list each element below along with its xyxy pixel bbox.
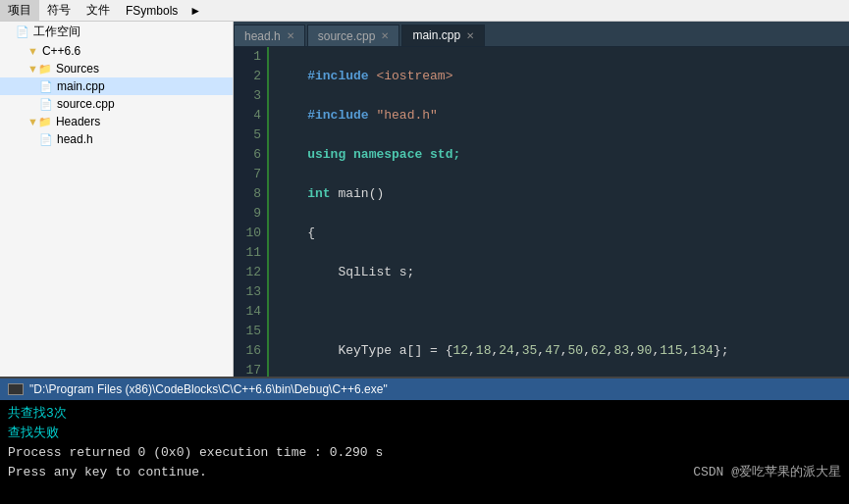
terminal-title-bar: "D:\Program Files (x86)\CodeBlocks\C\C++…	[0, 378, 849, 400]
tab-main-cpp-label: main.cpp	[412, 28, 460, 42]
code-editor[interactable]: 1 2 3 4 5 6 7 8 9 10 11 12 13 14 15 16 1…	[234, 47, 849, 377]
sidebar-head-h[interactable]: 📄 head.h	[0, 130, 233, 148]
ln-12: 12	[234, 263, 261, 282]
ln-14: 14	[234, 302, 261, 322]
main-cpp-label: main.cpp	[57, 79, 105, 93]
sources-label: Sources	[56, 62, 99, 76]
menu-fsymbols[interactable]: FSymbols	[118, 2, 186, 20]
source-cpp-icon: 📄	[39, 98, 53, 111]
code-line-5: {	[277, 224, 849, 243]
process-text: Process returned 0 (0x0) execution time …	[8, 445, 383, 460]
tab-main-cpp-close[interactable]: ✕	[466, 30, 474, 41]
ln-16: 16	[234, 341, 261, 361]
sidebar-workspace[interactable]: 📄 工作空间	[0, 22, 233, 42]
credit-text: CSDN @爱吃苹果的派大星	[693, 463, 841, 482]
press-any-key-text: Press any key to continue.	[8, 463, 207, 482]
tab-bar: head.h ✕ source.cpp ✕ main.cpp ✕	[234, 22, 849, 47]
terminal-process-line: Process returned 0 (0x0) execution time …	[8, 443, 841, 463]
tab-main-cpp[interactable]: main.cpp ✕	[401, 25, 485, 46]
ln-10: 10	[234, 224, 261, 243]
menu-expand-arrow[interactable]: ►	[186, 2, 205, 20]
ln-1: 1	[234, 47, 261, 67]
ln-6: 6	[234, 145, 261, 165]
code-line-8: KeyType a[] = {12,18,24,35,47,50,62,83,9…	[277, 341, 849, 361]
terminal-title: "D:\Program Files (x86)\CodeBlocks\C\C++…	[29, 382, 388, 396]
head-h-icon: 📄	[39, 133, 53, 146]
workspace-icon: 📄	[16, 25, 29, 38]
editor-area: head.h ✕ source.cpp ✕ main.cpp ✕ 1 2 3 4…	[234, 22, 849, 377]
ln-13: 13	[234, 282, 261, 302]
terminal: "D:\Program Files (x86)\CodeBlocks\C\C++…	[0, 377, 849, 504]
menu-project[interactable]: 项目	[0, 0, 39, 21]
tab-head-h-close[interactable]: ✕	[287, 30, 294, 41]
code-line-4: int main()	[277, 184, 849, 204]
menu-symbol[interactable]: 符号	[39, 0, 79, 21]
tab-source-cpp-label: source.cpp	[318, 29, 376, 43]
code-line-3: using namespace std;	[277, 145, 849, 165]
code-line-6: SqlList s;	[277, 263, 849, 282]
sidebar-main-cpp[interactable]: 📄 main.cpp	[0, 77, 233, 95]
sidebar-source-cpp[interactable]: 📄 source.cpp	[0, 95, 233, 113]
ln-8: 8	[234, 184, 261, 204]
code-line-1: #include <iostream>	[277, 67, 849, 86]
terminal-window-icon	[8, 383, 24, 395]
ln-15: 15	[234, 322, 261, 341]
head-h-label: head.h	[57, 132, 93, 146]
ln-4: 4	[234, 106, 261, 126]
code-line-2: #include "head.h"	[277, 106, 849, 126]
main-layout: 📄 工作空间 ▼ C++6.6 ▼📁 Sources 📄 main.cpp 📄 …	[0, 22, 849, 377]
line-numbers: 1 2 3 4 5 6 7 8 9 10 11 12 13 14 15 16 1…	[234, 47, 269, 377]
tab-source-cpp-close[interactable]: ✕	[381, 30, 389, 41]
sources-folder-icon: ▼📁	[27, 63, 52, 76]
terminal-press-line: Press any key to continue. CSDN @爱吃苹果的派大…	[8, 463, 841, 482]
terminal-output-1: 共查找3次	[8, 404, 841, 424]
ln-9: 9	[234, 204, 261, 224]
main-cpp-icon: 📄	[39, 80, 53, 93]
source-cpp-label: source.cpp	[57, 97, 115, 111]
ln-7: 7	[234, 165, 261, 184]
code-line-7	[277, 302, 849, 322]
menu-file[interactable]: 文件	[79, 0, 118, 21]
headers-label: Headers	[56, 115, 100, 128]
ln-11: 11	[234, 243, 261, 263]
workspace-label: 工作空间	[33, 24, 80, 40]
terminal-content: 共查找3次 查找失败 Process returned 0 (0x0) exec…	[0, 400, 849, 504]
sidebar-headers[interactable]: ▼📁 Headers	[0, 113, 233, 130]
ln-17: 17	[234, 361, 261, 377]
menu-bar: 项目 符号 文件 FSymbols ►	[0, 0, 849, 22]
tab-head-h-label: head.h	[244, 29, 281, 43]
sidebar-sources[interactable]: ▼📁 Sources	[0, 60, 233, 77]
ln-2: 2	[234, 67, 261, 86]
terminal-output-2: 查找失败	[8, 424, 841, 443]
tab-source-cpp[interactable]: source.cpp ✕	[307, 25, 400, 46]
tab-head-h[interactable]: head.h ✕	[234, 25, 305, 46]
ln-5: 5	[234, 126, 261, 145]
project-label: C++6.6	[42, 44, 80, 58]
code-content[interactable]: #include <iostream> #include "head.h" us…	[269, 47, 849, 377]
sidebar-project[interactable]: ▼ C++6.6	[0, 42, 233, 60]
ln-3: 3	[234, 86, 261, 106]
headers-folder-icon: ▼📁	[27, 116, 52, 128]
project-icon: ▼	[27, 45, 38, 57]
sidebar: 📄 工作空间 ▼ C++6.6 ▼📁 Sources 📄 main.cpp 📄 …	[0, 22, 234, 377]
